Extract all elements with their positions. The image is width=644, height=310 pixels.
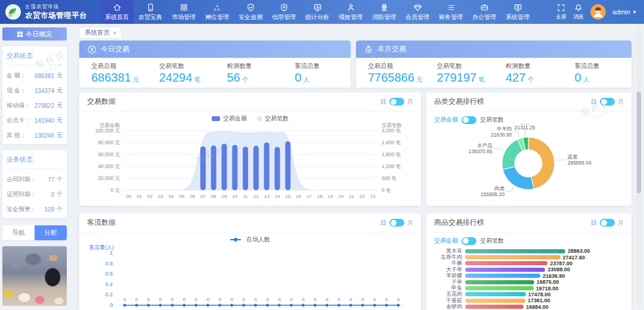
stat-label: 交易总额 — [91, 62, 147, 70]
amount-label[interactable]: 交易金额 — [434, 116, 458, 124]
rank-value: 23088.00 — [547, 266, 570, 272]
scrollbar-thumb[interactable] — [637, 92, 641, 193]
tab-label: 系统首页 — [85, 29, 110, 37]
count-label[interactable]: 交易笔数 — [480, 237, 504, 245]
flow-point — [123, 304, 126, 307]
stat-value-row: 427个 — [506, 71, 563, 85]
svg-text:01: 01 — [137, 194, 142, 199]
user-menu[interactable]: admin ▼ — [612, 8, 637, 16]
caret-down-icon: ▼ — [632, 10, 637, 15]
donut-slice — [503, 166, 534, 190]
flow-point-label: 0 — [373, 297, 376, 302]
svg-text:2,400 笔: 2,400 笔 — [382, 140, 401, 145]
status-value: 109 — [44, 206, 54, 213]
scrollbar[interactable] — [636, 26, 642, 308]
bar-12 — [253, 146, 259, 191]
product-amount-count-toggle[interactable]: 交易金额 交易笔数 — [426, 232, 631, 245]
nav-item-stall[interactable]: AAA摊位管理 — [200, 0, 234, 24]
product-day-month-toggle[interactable]: 日 月 — [591, 219, 624, 227]
amount-label[interactable]: 交易金额 — [434, 237, 458, 245]
flow-point — [302, 304, 305, 307]
svg-text:100,000 元: 100,000 元 — [95, 128, 120, 134]
toggle-switch[interactable] — [389, 219, 404, 227]
month-label[interactable]: 月 — [407, 219, 413, 227]
trade-day-month-toggle[interactable]: 日 月 — [380, 98, 413, 106]
nav-item-label: 绩效管理 — [339, 13, 363, 21]
stat-value-row: 56个 — [227, 71, 283, 85]
line-dot-icon[interactable] — [230, 239, 241, 240]
message-button[interactable]: 消息 — [573, 4, 584, 21]
rank-value: 17361.00 — [528, 297, 550, 303]
svg-text:80,000 元: 80,000 元 — [98, 140, 120, 145]
status-row: 移动端：279822元 — [7, 101, 63, 110]
today-trade-title: 今日交易 — [101, 44, 129, 54]
toggle-switch[interactable] — [600, 98, 615, 106]
status-unit: 个 — [57, 190, 63, 199]
business-status-card: 业务状态 合同到期：77个证照到期：0个安全预警：109个 — [2, 150, 67, 218]
toggle-switch[interactable] — [462, 237, 476, 245]
nav-item-label: 统计分析 — [305, 13, 329, 21]
nav-item-badge[interactable]: 信用管理 — [267, 0, 301, 24]
nav-item-shield-check[interactable]: 安全追溯 — [234, 0, 267, 24]
toggle-switch[interactable] — [600, 219, 615, 227]
svg-text:600 笔: 600 笔 — [382, 175, 397, 181]
nav-item-diamond[interactable]: 会员管理 — [401, 0, 434, 24]
day-label[interactable]: 日 — [380, 98, 386, 106]
home-icon — [113, 3, 122, 12]
legend-count-label[interactable]: 交易笔数 — [265, 114, 289, 123]
stat-value: 0 — [295, 71, 301, 84]
month-label[interactable]: 月 — [618, 219, 624, 227]
legend-count-swatch[interactable] — [257, 116, 262, 121]
business-status-rows: 合同到期：77个证照到期：0个安全预警：109个 — [7, 175, 63, 213]
fullscreen-button[interactable]: 全屏 — [556, 4, 566, 21]
flow-point — [361, 304, 364, 307]
nav-item-home[interactable]: 系统首页 — [100, 0, 134, 24]
nav-item-hydrant[interactable]: 消防管理 — [367, 0, 401, 24]
summary-stat: 检测数量56个 — [215, 62, 283, 85]
status-label: 金 额： — [7, 72, 26, 80]
svg-text:20: 20 — [338, 194, 343, 199]
flow-day-month-toggle[interactable]: 日 月 — [380, 219, 413, 227]
toggle-switch[interactable] — [462, 116, 476, 124]
month-label[interactable]: 月 — [618, 98, 624, 106]
analysis-mode-button[interactable]: 分析 — [35, 225, 67, 240]
category-amount-count-toggle[interactable]: 交易金额 交易笔数 — [426, 111, 631, 124]
month-label[interactable]: 月 — [407, 98, 413, 106]
list-icon — [447, 3, 456, 12]
svg-text:07: 07 — [200, 194, 206, 199]
day-label[interactable]: 日 — [591, 98, 597, 106]
stat-label: 检测数量 — [227, 62, 283, 70]
nav-item-grid[interactable]: 市场管理 — [167, 0, 200, 24]
status-label: 现 金： — [7, 86, 26, 95]
stall-icon: AAA — [213, 3, 222, 12]
close-icon[interactable]: × — [113, 29, 116, 36]
day-label[interactable]: 日 — [591, 219, 597, 227]
diamond-icon — [413, 3, 422, 12]
status-value: 686381 — [35, 73, 54, 79]
flow-legend-label[interactable]: 在场人数 — [246, 235, 270, 244]
nav-item-monitor-gear[interactable]: 系统管理 — [501, 0, 534, 24]
avatar[interactable] — [590, 4, 606, 20]
flow-point — [159, 304, 162, 307]
legend-amount-swatch[interactable] — [212, 116, 220, 121]
category-day-month-toggle[interactable]: 日 月 — [591, 98, 624, 106]
day-label[interactable]: 日 — [380, 219, 386, 227]
flow-point — [206, 304, 209, 307]
count-area — [123, 131, 378, 190]
svg-text:02: 02 — [147, 194, 153, 199]
nav-item-list[interactable]: 财务管理 — [434, 0, 467, 24]
svg-text:17: 17 — [306, 194, 312, 199]
stat-value: 24294 — [159, 71, 193, 84]
nav-item-book[interactable]: 农贸宝典 — [134, 0, 167, 24]
tab-system-home[interactable]: 系统首页 × — [79, 27, 122, 39]
toggle-switch[interactable] — [389, 98, 404, 106]
svg-text:05: 05 — [179, 194, 184, 199]
count-label[interactable]: 交易笔数 — [480, 116, 504, 124]
flow-point — [135, 304, 138, 307]
legend-amount-label[interactable]: 交易金额 — [223, 114, 247, 123]
nav-item-monitor-chart[interactable]: 统计分析 — [301, 0, 334, 24]
nav-mode-button[interactable]: 导航 — [2, 225, 35, 240]
book-icon — [146, 3, 155, 12]
nav-item-person[interactable]: 绩效管理 — [334, 0, 367, 24]
nav-item-briefcase[interactable]: 办公管理 — [467, 0, 501, 24]
